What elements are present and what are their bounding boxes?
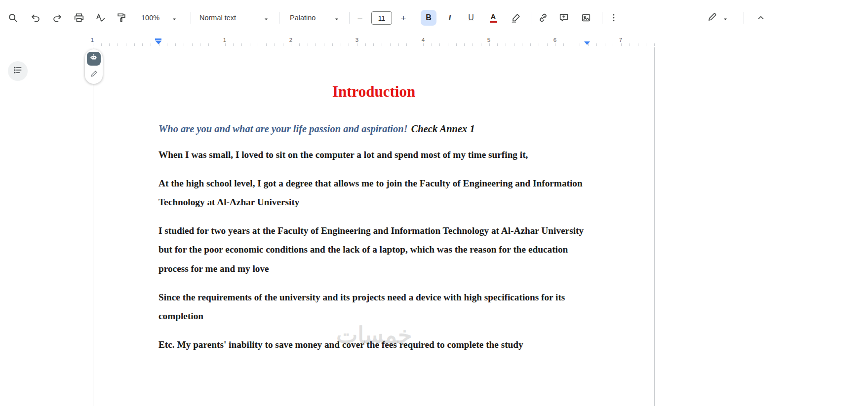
minus-icon: − <box>357 13 362 23</box>
ruler-number: 4 <box>420 37 427 43</box>
ruler-number: 3 <box>354 37 360 43</box>
print-button[interactable] <box>71 10 87 26</box>
toolbar-separator <box>602 12 602 24</box>
bold-button[interactable]: B <box>421 10 436 26</box>
highlight-color-button[interactable] <box>508 10 524 26</box>
spellcheck-button[interactable] <box>92 10 108 26</box>
zoom-select[interactable]: 100% <box>137 11 181 25</box>
annex-reference: Check Annex 1 <box>411 123 475 134</box>
increase-font-size-button[interactable]: + <box>395 10 411 26</box>
question-text: Who are you and what are your life passi… <box>158 123 408 134</box>
pen-icon <box>707 12 717 24</box>
spellcheck-icon <box>95 12 106 23</box>
show-outline-button[interactable] <box>8 61 28 81</box>
chevron-up-icon <box>756 13 766 23</box>
hide-menus-button[interactable] <box>753 10 769 26</box>
first-line-indent-marker[interactable] <box>155 38 161 40</box>
paint-format-button[interactable] <box>114 10 129 26</box>
italic-button[interactable]: I <box>442 10 458 26</box>
google-docs-app: 100% Normal text Palatino − + <box>0 0 868 406</box>
paragraph-style-value: Normal text <box>199 14 236 22</box>
image-icon <box>581 12 592 23</box>
chevron-down-icon <box>264 15 269 20</box>
document-heading[interactable]: Introduction <box>158 82 589 102</box>
toolbar: 100% Normal text Palatino − + <box>0 0 868 36</box>
toolbar-separator <box>744 12 744 24</box>
ruler-number: 5 <box>485 37 492 43</box>
ruler-number: 1 <box>221 37 228 43</box>
insert-image-button[interactable] <box>578 10 594 26</box>
paragraph[interactable]: Since the requirements of the university… <box>158 288 589 326</box>
right-indent-marker[interactable] <box>584 41 590 45</box>
plus-icon: + <box>400 13 406 23</box>
ruler-number: 2 <box>287 37 294 43</box>
paragraph[interactable]: I studied for two years at the Faculty o… <box>158 221 589 279</box>
toolbar-separator <box>531 12 531 24</box>
decrease-font-size-button[interactable]: − <box>352 10 368 26</box>
ai-assistant-button[interactable] <box>87 52 101 66</box>
more-vertical-icon <box>609 13 619 23</box>
ruler-number: 1 <box>89 37 96 43</box>
redo-button[interactable] <box>49 10 65 26</box>
paragraph[interactable]: Etc. My parents' inability to save money… <box>158 335 589 355</box>
pen-icon <box>90 70 98 80</box>
document-outline-icon <box>13 65 23 77</box>
page-right-edge <box>654 47 655 406</box>
chevron-down-icon <box>334 15 339 20</box>
underline-icon: U <box>468 13 474 22</box>
robot-icon <box>89 53 98 64</box>
quick-edit-button[interactable] <box>87 68 101 81</box>
add-comment-button[interactable] <box>556 10 572 26</box>
editing-mode-select[interactable] <box>703 11 732 25</box>
ruler-number: 6 <box>552 37 558 43</box>
extension-pill <box>85 49 103 84</box>
bold-icon: B <box>426 13 432 22</box>
toolbar-separator <box>279 12 279 24</box>
ruler-number: 7 <box>617 37 624 43</box>
search-menus-button[interactable] <box>5 10 21 26</box>
more-options-button[interactable] <box>606 10 622 26</box>
chevron-down-icon <box>723 15 728 20</box>
paragraph[interactable]: At the high school level, I got a degree… <box>158 174 589 212</box>
text-color-icon: A <box>490 13 497 23</box>
link-icon <box>538 12 549 23</box>
search-icon <box>7 12 18 23</box>
ruler-ticks <box>93 43 655 46</box>
chevron-down-icon <box>172 15 177 20</box>
question-line[interactable]: Who are you and what are your life passi… <box>158 121 589 136</box>
comment-icon <box>558 12 569 23</box>
toolbar-separator <box>415 12 415 24</box>
italic-icon: I <box>448 13 452 23</box>
font-size-input[interactable] <box>371 11 392 25</box>
left-indent-marker[interactable] <box>155 38 161 44</box>
insert-link-button[interactable] <box>535 10 551 26</box>
toolbar-separator <box>349 12 350 24</box>
font-select[interactable]: Palatino <box>286 11 343 25</box>
redo-icon <box>52 12 63 23</box>
paragraph[interactable]: When I was small, I loved to sit on the … <box>158 146 589 165</box>
ruler: 1 1 2 3 4 5 6 7 <box>0 36 868 47</box>
zoom-value: 100% <box>141 14 159 22</box>
paint-format-icon <box>116 12 127 23</box>
toolbar-separator <box>191 12 191 24</box>
document-canvas[interactable]: خمسات Introduction Who are you and what … <box>93 47 654 406</box>
print-icon <box>74 12 84 23</box>
undo-button[interactable] <box>28 10 43 26</box>
font-value: Palatino <box>290 14 316 22</box>
undo-icon <box>30 12 41 23</box>
text-color-button[interactable]: A <box>485 10 501 26</box>
paragraph-style-select[interactable]: Normal text <box>196 11 273 25</box>
highlighter-icon <box>511 12 521 23</box>
underline-button[interactable]: U <box>463 10 479 26</box>
